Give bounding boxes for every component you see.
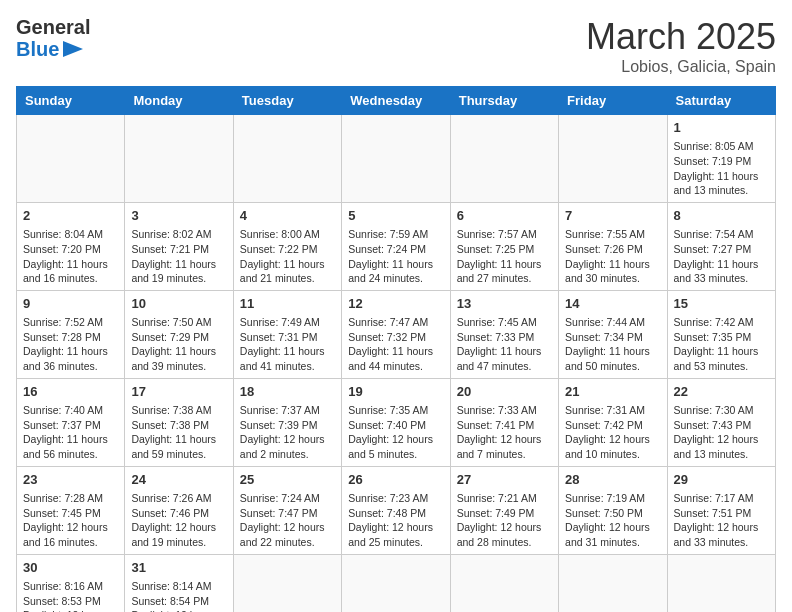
- day-number: 30: [23, 559, 118, 577]
- calendar-cell: 29Sunrise: 7:17 AM Sunset: 7:51 PM Dayli…: [667, 466, 775, 554]
- calendar-cell: [342, 554, 450, 612]
- day-info: Sunrise: 7:59 AM Sunset: 7:24 PM Dayligh…: [348, 227, 443, 286]
- day-number: 28: [565, 471, 660, 489]
- day-number: 8: [674, 207, 769, 225]
- calendar-cell: 12Sunrise: 7:47 AM Sunset: 7:32 PM Dayli…: [342, 290, 450, 378]
- day-info: Sunrise: 7:19 AM Sunset: 7:50 PM Dayligh…: [565, 491, 660, 550]
- weekday-header-wednesday: Wednesday: [342, 87, 450, 115]
- calendar-cell: 5Sunrise: 7:59 AM Sunset: 7:24 PM Daylig…: [342, 202, 450, 290]
- day-number: 26: [348, 471, 443, 489]
- title-area: March 2025 Lobios, Galicia, Spain: [586, 16, 776, 76]
- calendar-cell: 13Sunrise: 7:45 AM Sunset: 7:33 PM Dayli…: [450, 290, 558, 378]
- calendar-cell: 1Sunrise: 8:05 AM Sunset: 7:19 PM Daylig…: [667, 115, 775, 203]
- day-info: Sunrise: 7:24 AM Sunset: 7:47 PM Dayligh…: [240, 491, 335, 550]
- calendar-cell: [125, 115, 233, 203]
- calendar-cell: 7Sunrise: 7:55 AM Sunset: 7:26 PM Daylig…: [559, 202, 667, 290]
- location-title: Lobios, Galicia, Spain: [586, 58, 776, 76]
- calendar-cell: [233, 554, 341, 612]
- day-number: 6: [457, 207, 552, 225]
- weekday-header-thursday: Thursday: [450, 87, 558, 115]
- calendar-cell: [667, 554, 775, 612]
- calendar-cell: [450, 115, 558, 203]
- logo-general-text: General: [16, 16, 90, 38]
- day-info: Sunrise: 7:28 AM Sunset: 7:45 PM Dayligh…: [23, 491, 118, 550]
- day-info: Sunrise: 7:26 AM Sunset: 7:46 PM Dayligh…: [131, 491, 226, 550]
- day-info: Sunrise: 7:55 AM Sunset: 7:26 PM Dayligh…: [565, 227, 660, 286]
- calendar-cell: 19Sunrise: 7:35 AM Sunset: 7:40 PM Dayli…: [342, 378, 450, 466]
- calendar-cell: 17Sunrise: 7:38 AM Sunset: 7:38 PM Dayli…: [125, 378, 233, 466]
- calendar-cell: 21Sunrise: 7:31 AM Sunset: 7:42 PM Dayli…: [559, 378, 667, 466]
- day-number: 4: [240, 207, 335, 225]
- day-info: Sunrise: 8:02 AM Sunset: 7:21 PM Dayligh…: [131, 227, 226, 286]
- day-number: 3: [131, 207, 226, 225]
- day-number: 2: [23, 207, 118, 225]
- day-info: Sunrise: 7:42 AM Sunset: 7:35 PM Dayligh…: [674, 315, 769, 374]
- day-info: Sunrise: 8:00 AM Sunset: 7:22 PM Dayligh…: [240, 227, 335, 286]
- day-number: 10: [131, 295, 226, 313]
- day-number: 16: [23, 383, 118, 401]
- day-number: 31: [131, 559, 226, 577]
- calendar-cell: [17, 115, 125, 203]
- day-info: Sunrise: 7:47 AM Sunset: 7:32 PM Dayligh…: [348, 315, 443, 374]
- day-info: Sunrise: 7:35 AM Sunset: 7:40 PM Dayligh…: [348, 403, 443, 462]
- day-number: 5: [348, 207, 443, 225]
- calendar-cell: 18Sunrise: 7:37 AM Sunset: 7:39 PM Dayli…: [233, 378, 341, 466]
- calendar-cell: 22Sunrise: 7:30 AM Sunset: 7:43 PM Dayli…: [667, 378, 775, 466]
- calendar-week-row: 23Sunrise: 7:28 AM Sunset: 7:45 PM Dayli…: [17, 466, 776, 554]
- day-number: 23: [23, 471, 118, 489]
- calendar-cell: 30Sunrise: 8:16 AM Sunset: 8:53 PM Dayli…: [17, 554, 125, 612]
- day-info: Sunrise: 7:33 AM Sunset: 7:41 PM Dayligh…: [457, 403, 552, 462]
- day-info: Sunrise: 7:37 AM Sunset: 7:39 PM Dayligh…: [240, 403, 335, 462]
- day-number: 1: [674, 119, 769, 137]
- weekday-header-saturday: Saturday: [667, 87, 775, 115]
- calendar-cell: [559, 554, 667, 612]
- calendar-week-row: 2Sunrise: 8:04 AM Sunset: 7:20 PM Daylig…: [17, 202, 776, 290]
- day-number: 19: [348, 383, 443, 401]
- calendar-cell: 6Sunrise: 7:57 AM Sunset: 7:25 PM Daylig…: [450, 202, 558, 290]
- day-info: Sunrise: 7:50 AM Sunset: 7:29 PM Dayligh…: [131, 315, 226, 374]
- day-number: 17: [131, 383, 226, 401]
- day-info: Sunrise: 8:04 AM Sunset: 7:20 PM Dayligh…: [23, 227, 118, 286]
- calendar-cell: 28Sunrise: 7:19 AM Sunset: 7:50 PM Dayli…: [559, 466, 667, 554]
- calendar-week-row: 1Sunrise: 8:05 AM Sunset: 7:19 PM Daylig…: [17, 115, 776, 203]
- day-info: Sunrise: 7:23 AM Sunset: 7:48 PM Dayligh…: [348, 491, 443, 550]
- calendar-cell: 24Sunrise: 7:26 AM Sunset: 7:46 PM Dayli…: [125, 466, 233, 554]
- calendar-cell: 26Sunrise: 7:23 AM Sunset: 7:48 PM Dayli…: [342, 466, 450, 554]
- calendar-cell: 31Sunrise: 8:14 AM Sunset: 8:54 PM Dayli…: [125, 554, 233, 612]
- day-number: 15: [674, 295, 769, 313]
- logo-blue-text: Blue: [16, 38, 59, 60]
- calendar-cell: 15Sunrise: 7:42 AM Sunset: 7:35 PM Dayli…: [667, 290, 775, 378]
- day-number: 14: [565, 295, 660, 313]
- calendar-cell: 10Sunrise: 7:50 AM Sunset: 7:29 PM Dayli…: [125, 290, 233, 378]
- calendar-week-row: 30Sunrise: 8:16 AM Sunset: 8:53 PM Dayli…: [17, 554, 776, 612]
- svg-marker-0: [63, 41, 83, 57]
- day-info: Sunrise: 8:14 AM Sunset: 8:54 PM Dayligh…: [131, 579, 226, 612]
- day-info: Sunrise: 7:52 AM Sunset: 7:28 PM Dayligh…: [23, 315, 118, 374]
- day-info: Sunrise: 7:17 AM Sunset: 7:51 PM Dayligh…: [674, 491, 769, 550]
- day-number: 29: [674, 471, 769, 489]
- weekday-header-monday: Monday: [125, 87, 233, 115]
- day-info: Sunrise: 8:16 AM Sunset: 8:53 PM Dayligh…: [23, 579, 118, 612]
- day-info: Sunrise: 7:54 AM Sunset: 7:27 PM Dayligh…: [674, 227, 769, 286]
- calendar-cell: 9Sunrise: 7:52 AM Sunset: 7:28 PM Daylig…: [17, 290, 125, 378]
- calendar-cell: 14Sunrise: 7:44 AM Sunset: 7:34 PM Dayli…: [559, 290, 667, 378]
- calendar-cell: 25Sunrise: 7:24 AM Sunset: 7:47 PM Dayli…: [233, 466, 341, 554]
- day-info: Sunrise: 7:49 AM Sunset: 7:31 PM Dayligh…: [240, 315, 335, 374]
- calendar-cell: [342, 115, 450, 203]
- calendar-cell: 16Sunrise: 7:40 AM Sunset: 7:37 PM Dayli…: [17, 378, 125, 466]
- day-number: 22: [674, 383, 769, 401]
- day-number: 24: [131, 471, 226, 489]
- day-number: 27: [457, 471, 552, 489]
- day-number: 12: [348, 295, 443, 313]
- calendar-cell: [559, 115, 667, 203]
- logo-triangle-icon: [61, 41, 83, 57]
- weekday-header-friday: Friday: [559, 87, 667, 115]
- day-info: Sunrise: 7:38 AM Sunset: 7:38 PM Dayligh…: [131, 403, 226, 462]
- day-number: 18: [240, 383, 335, 401]
- day-info: Sunrise: 7:40 AM Sunset: 7:37 PM Dayligh…: [23, 403, 118, 462]
- day-number: 25: [240, 471, 335, 489]
- day-info: Sunrise: 8:05 AM Sunset: 7:19 PM Dayligh…: [674, 139, 769, 198]
- month-title: March 2025: [586, 16, 776, 58]
- calendar-table: SundayMondayTuesdayWednesdayThursdayFrid…: [16, 86, 776, 612]
- day-info: Sunrise: 7:21 AM Sunset: 7:49 PM Dayligh…: [457, 491, 552, 550]
